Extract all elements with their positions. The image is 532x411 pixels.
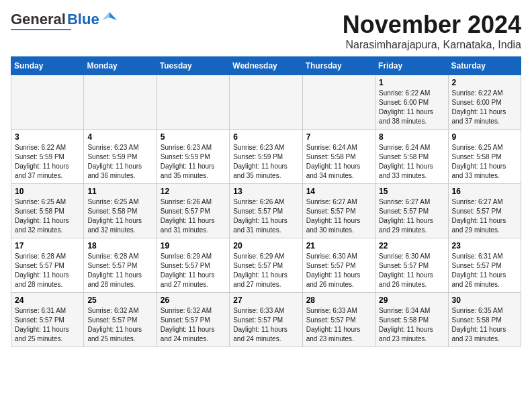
day-number: 17	[15, 241, 80, 250]
calendar-cell: 16Sunrise: 6:27 AMSunset: 5:57 PMDayligh…	[448, 184, 521, 238]
day-info: Sunrise: 6:28 AMSunset: 5:57 PMDaylight:…	[87, 252, 152, 289]
day-info: Sunrise: 6:24 AMSunset: 5:58 PMDaylight:…	[379, 143, 444, 181]
logo-underline	[11, 29, 71, 30]
svg-marker-1	[102, 12, 109, 20]
day-number: 10	[15, 187, 80, 196]
logo: General Blue	[11, 11, 117, 30]
day-info: Sunrise: 6:32 AMSunset: 5:57 PMDaylight:…	[87, 306, 152, 344]
day-number: 29	[379, 295, 444, 305]
day-info: Sunrise: 6:29 AMSunset: 5:57 PMDaylight:…	[161, 252, 226, 289]
day-info: Sunrise: 6:23 AMSunset: 5:59 PMDaylight:…	[233, 143, 298, 181]
day-info: Sunrise: 6:28 AMSunset: 5:57 PMDaylight:…	[15, 252, 80, 289]
day-info: Sunrise: 6:30 AMSunset: 5:57 PMDaylight:…	[379, 252, 444, 289]
day-info: Sunrise: 6:29 AMSunset: 5:57 PMDaylight:…	[233, 252, 298, 289]
calendar-cell: 23Sunrise: 6:31 AMSunset: 5:57 PMDayligh…	[448, 238, 521, 293]
weekday-header-sunday: Sunday	[11, 57, 84, 75]
calendar-cell: 17Sunrise: 6:28 AMSunset: 5:57 PMDayligh…	[11, 238, 84, 293]
day-info: Sunrise: 6:32 AMSunset: 5:57 PMDaylight:…	[161, 306, 226, 344]
calendar-week-row: 3Sunrise: 6:22 AMSunset: 5:59 PMDaylight…	[11, 130, 521, 184]
calendar-week-row: 24Sunrise: 6:31 AMSunset: 5:57 PMDayligh…	[11, 293, 521, 347]
page-header: General Blue November 2024 Narasimharaja…	[11, 11, 521, 51]
day-info: Sunrise: 6:25 AMSunset: 5:58 PMDaylight:…	[452, 143, 517, 181]
day-info: Sunrise: 6:25 AMSunset: 5:58 PMDaylight:…	[87, 197, 152, 235]
calendar-cell: 12Sunrise: 6:26 AMSunset: 5:57 PMDayligh…	[157, 184, 229, 238]
day-number: 4	[87, 132, 152, 142]
day-info: Sunrise: 6:35 AMSunset: 5:58 PMDaylight:…	[452, 306, 517, 344]
svg-marker-0	[109, 12, 117, 20]
calendar-cell	[11, 75, 84, 130]
calendar-cell: 27Sunrise: 6:33 AMSunset: 5:57 PMDayligh…	[230, 293, 302, 347]
logo-blue: Blue	[67, 11, 99, 28]
calendar-cell: 1Sunrise: 6:22 AMSunset: 6:00 PMDaylight…	[375, 75, 448, 130]
calendar-cell: 5Sunrise: 6:23 AMSunset: 5:59 PMDaylight…	[157, 130, 229, 184]
day-number: 30	[452, 295, 517, 305]
day-info: Sunrise: 6:22 AMSunset: 6:00 PMDaylight:…	[379, 89, 444, 126]
day-info: Sunrise: 6:24 AMSunset: 5:58 PMDaylight:…	[306, 143, 371, 181]
weekday-header-saturday: Saturday	[448, 57, 521, 75]
day-number: 19	[161, 241, 226, 250]
weekday-header-tuesday: Tuesday	[157, 57, 229, 75]
day-number: 9	[452, 132, 517, 142]
day-number: 7	[306, 132, 371, 142]
calendar-cell: 29Sunrise: 6:34 AMSunset: 5:58 PMDayligh…	[375, 293, 448, 347]
day-number: 23	[452, 241, 517, 250]
calendar-cell	[84, 75, 157, 130]
day-number: 3	[15, 132, 80, 142]
calendar-cell: 22Sunrise: 6:30 AMSunset: 5:57 PMDayligh…	[375, 238, 448, 293]
calendar-cell: 13Sunrise: 6:26 AMSunset: 5:57 PMDayligh…	[230, 184, 302, 238]
calendar-cell: 15Sunrise: 6:27 AMSunset: 5:57 PMDayligh…	[375, 184, 448, 238]
weekday-header-friday: Friday	[375, 57, 448, 75]
calendar-cell: 14Sunrise: 6:27 AMSunset: 5:57 PMDayligh…	[302, 184, 375, 238]
calendar-cell: 8Sunrise: 6:24 AMSunset: 5:58 PMDaylight…	[375, 130, 448, 184]
day-info: Sunrise: 6:27 AMSunset: 5:57 PMDaylight:…	[379, 197, 444, 235]
calendar-cell: 19Sunrise: 6:29 AMSunset: 5:57 PMDayligh…	[157, 238, 229, 293]
weekday-header-monday: Monday	[84, 57, 157, 75]
day-number: 18	[87, 241, 152, 250]
calendar-cell: 7Sunrise: 6:24 AMSunset: 5:58 PMDaylight…	[302, 130, 375, 184]
calendar-cell: 24Sunrise: 6:31 AMSunset: 5:57 PMDayligh…	[11, 293, 84, 347]
day-number: 1	[379, 78, 444, 87]
day-number: 25	[87, 295, 152, 305]
day-number: 27	[233, 295, 298, 305]
calendar-table: SundayMondayTuesdayWednesdayThursdayFrid…	[11, 56, 521, 347]
day-number: 13	[233, 187, 298, 196]
day-number: 15	[379, 187, 444, 196]
day-info: Sunrise: 6:33 AMSunset: 5:57 PMDaylight:…	[233, 306, 298, 344]
calendar-cell: 20Sunrise: 6:29 AMSunset: 5:57 PMDayligh…	[230, 238, 302, 293]
calendar-cell: 11Sunrise: 6:25 AMSunset: 5:58 PMDayligh…	[84, 184, 157, 238]
calendar-cell: 28Sunrise: 6:33 AMSunset: 5:57 PMDayligh…	[302, 293, 375, 347]
day-number: 16	[452, 187, 517, 196]
day-number: 8	[379, 132, 444, 142]
day-info: Sunrise: 6:23 AMSunset: 5:59 PMDaylight:…	[161, 143, 226, 181]
calendar-cell: 25Sunrise: 6:32 AMSunset: 5:57 PMDayligh…	[84, 293, 157, 347]
day-info: Sunrise: 6:31 AMSunset: 5:57 PMDaylight:…	[452, 252, 517, 289]
day-number: 12	[161, 187, 226, 196]
day-number: 6	[233, 132, 298, 142]
calendar-cell: 2Sunrise: 6:22 AMSunset: 6:00 PMDaylight…	[448, 75, 521, 130]
day-number: 24	[15, 295, 80, 305]
day-number: 22	[379, 241, 444, 250]
weekday-header-wednesday: Wednesday	[230, 57, 302, 75]
day-info: Sunrise: 6:27 AMSunset: 5:57 PMDaylight:…	[306, 197, 371, 235]
calendar-cell	[230, 75, 302, 130]
calendar-cell: 3Sunrise: 6:22 AMSunset: 5:59 PMDaylight…	[11, 130, 84, 184]
day-info: Sunrise: 6:26 AMSunset: 5:57 PMDaylight:…	[161, 197, 226, 235]
weekday-header-thursday: Thursday	[302, 57, 375, 75]
calendar-cell: 21Sunrise: 6:30 AMSunset: 5:57 PMDayligh…	[302, 238, 375, 293]
logo-bird-icon	[102, 11, 117, 26]
day-number: 20	[233, 241, 298, 250]
day-info: Sunrise: 6:34 AMSunset: 5:58 PMDaylight:…	[379, 306, 444, 344]
calendar-cell: 9Sunrise: 6:25 AMSunset: 5:58 PMDaylight…	[448, 130, 521, 184]
logo-general: General	[11, 11, 66, 28]
day-info: Sunrise: 6:33 AMSunset: 5:57 PMDaylight:…	[306, 306, 371, 344]
calendar-cell: 30Sunrise: 6:35 AMSunset: 5:58 PMDayligh…	[448, 293, 521, 347]
location-title: Narasimharajapura, Karnataka, India	[343, 39, 521, 51]
day-number: 5	[161, 132, 226, 142]
calendar-cell: 4Sunrise: 6:23 AMSunset: 5:59 PMDaylight…	[84, 130, 157, 184]
day-number: 26	[161, 295, 226, 305]
day-info: Sunrise: 6:30 AMSunset: 5:57 PMDaylight:…	[306, 252, 371, 289]
day-info: Sunrise: 6:26 AMSunset: 5:57 PMDaylight:…	[233, 197, 298, 235]
calendar-cell: 6Sunrise: 6:23 AMSunset: 5:59 PMDaylight…	[230, 130, 302, 184]
day-number: 2	[452, 78, 517, 87]
day-number: 21	[306, 241, 371, 250]
